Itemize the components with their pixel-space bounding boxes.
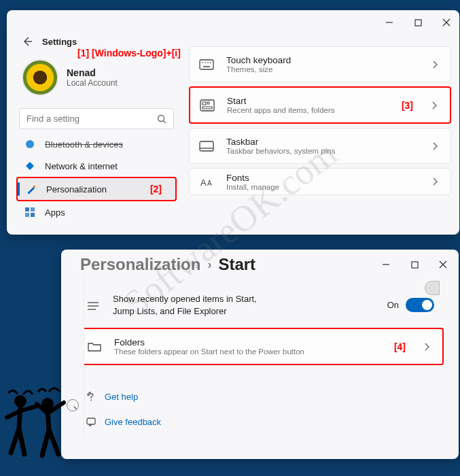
chevron-right-icon bbox=[431, 60, 441, 69]
annotation-3: [3] bbox=[402, 100, 419, 111]
user-name: Nenad bbox=[67, 67, 118, 78]
annotation-4: [4] bbox=[394, 341, 411, 352]
search-field[interactable] bbox=[26, 114, 152, 124]
main-pane: Personalization Touch keyboard Themes, s… bbox=[182, 35, 459, 235]
card-title: Touch keyboard bbox=[226, 55, 419, 65]
card-subtitle: Recent apps and items, folders bbox=[227, 106, 389, 114]
breadcrumb-parent[interactable]: Personalization bbox=[80, 255, 200, 274]
card-title: Start bbox=[227, 96, 389, 106]
nav-label: Network & internet bbox=[45, 161, 118, 171]
nav-list: Bluetooth & devices Network & internet P… bbox=[16, 133, 177, 223]
user-block[interactable]: Nenad Local Account bbox=[16, 52, 177, 105]
sidebar-item-bluetooth[interactable]: Bluetooth & devices bbox=[16, 133, 177, 155]
card-title: Folders bbox=[114, 337, 382, 347]
network-icon bbox=[24, 160, 35, 171]
card-taskbar[interactable]: Taskbar Taskbar behaviors, system pins bbox=[189, 128, 451, 164]
svg-rect-21 bbox=[207, 102, 209, 104]
toggle-label: Show recently opened items in Start, Jum… bbox=[113, 293, 269, 317]
search-icon bbox=[157, 114, 166, 124]
svg-point-5 bbox=[158, 115, 164, 121]
svg-rect-35 bbox=[87, 418, 95, 424]
card-subtitle: These folders appear on Start next to th… bbox=[114, 347, 382, 356]
card-subtitle: Install, manage bbox=[226, 183, 419, 191]
nav-label: Bluetooth & devices bbox=[45, 139, 123, 150]
titlebar bbox=[7, 10, 459, 35]
settings-window: Settings Nenad Local Account Bluetooth &… bbox=[7, 10, 459, 235]
avatar bbox=[22, 59, 58, 96]
svg-point-7 bbox=[26, 140, 34, 148]
partial-toggle[interactable] bbox=[425, 281, 440, 295]
sidebar: Settings Nenad Local Account Bluetooth &… bbox=[7, 35, 182, 235]
feedback-link[interactable]: Give feedback bbox=[76, 413, 444, 426]
chevron-right-icon bbox=[431, 101, 440, 110]
svg-text:A: A bbox=[200, 177, 207, 188]
svg-point-34 bbox=[90, 400, 92, 401]
maximize-button[interactable] bbox=[413, 18, 423, 27]
svg-line-6 bbox=[164, 120, 166, 123]
card-start[interactable]: Start Recent apps and items, folders [3] bbox=[189, 86, 451, 124]
sidebar-item-personalization[interactable]: Personalization [2] bbox=[16, 177, 177, 201]
svg-rect-10 bbox=[31, 207, 35, 211]
keyboard-icon bbox=[199, 57, 214, 72]
card-folders[interactable]: Folders These folders appear on Start ne… bbox=[76, 328, 444, 365]
chevron-right-icon bbox=[431, 177, 441, 186]
close-button[interactable] bbox=[442, 18, 451, 27]
minimize-button[interactable] bbox=[381, 260, 391, 269]
dancers-illustration bbox=[1, 379, 76, 461]
toggle-state: On bbox=[387, 300, 399, 310]
chevron-right-icon bbox=[431, 141, 441, 151]
card-touch-keyboard[interactable]: Touch keyboard Themes, size bbox=[189, 46, 451, 82]
svg-rect-23 bbox=[200, 141, 213, 151]
chevron-right-icon bbox=[423, 342, 433, 352]
personalization-icon bbox=[26, 184, 37, 194]
svg-rect-28 bbox=[412, 262, 418, 268]
help-icon bbox=[86, 391, 96, 402]
maximize-button[interactable] bbox=[410, 260, 419, 269]
svg-rect-12 bbox=[31, 213, 35, 217]
annotation-2: [2] bbox=[150, 184, 167, 194]
taskbar-icon bbox=[199, 139, 214, 154]
annotation-1: [1] [Windows-Logo]+[i] bbox=[77, 48, 181, 58]
feedback-icon bbox=[86, 417, 96, 427]
card-subtitle: Themes, size bbox=[226, 65, 419, 73]
help-label: Get help bbox=[105, 392, 138, 402]
svg-rect-20 bbox=[202, 102, 206, 105]
svg-rect-11 bbox=[25, 213, 29, 217]
list-icon bbox=[86, 299, 101, 313]
folder-icon bbox=[87, 339, 102, 354]
feedback-label: Give feedback bbox=[105, 417, 161, 426]
start-icon bbox=[200, 98, 215, 113]
toggle-switch[interactable] bbox=[406, 298, 434, 312]
page-title: Personalization bbox=[189, 35, 451, 46]
sidebar-item-network[interactable]: Network & internet bbox=[16, 155, 177, 177]
breadcrumb-current: Start bbox=[218, 255, 255, 274]
nav-label: Personalization bbox=[46, 184, 107, 194]
card-title: Taskbar bbox=[226, 137, 419, 147]
svg-rect-19 bbox=[200, 100, 214, 111]
svg-rect-9 bbox=[25, 207, 29, 211]
chevron-right-icon: › bbox=[207, 258, 211, 272]
get-help-link[interactable]: Get help bbox=[76, 386, 444, 407]
minimize-button[interactable] bbox=[385, 18, 394, 27]
search-input[interactable] bbox=[19, 108, 174, 129]
breadcrumb: Personalization › Start bbox=[80, 255, 255, 274]
apps-icon bbox=[24, 207, 35, 218]
fonts-icon: AA bbox=[199, 174, 214, 189]
svg-text:A: A bbox=[207, 180, 212, 187]
sidebar-item-apps[interactable]: Apps bbox=[16, 201, 177, 223]
user-type: Local Account bbox=[67, 78, 118, 88]
card-title: Fonts bbox=[226, 173, 419, 183]
svg-rect-22 bbox=[202, 107, 212, 109]
settings-title: Settings bbox=[42, 37, 77, 47]
svg-rect-1 bbox=[415, 20, 421, 26]
nav-label: Apps bbox=[45, 207, 65, 218]
close-button[interactable] bbox=[438, 260, 448, 269]
bluetooth-icon bbox=[24, 139, 35, 150]
back-icon[interactable] bbox=[22, 36, 33, 47]
card-subtitle: Taskbar behaviors, system pins bbox=[226, 147, 419, 155]
svg-rect-13 bbox=[200, 60, 213, 69]
start-settings-window: Personalization › Start Show recently op… bbox=[61, 250, 459, 459]
card-fonts[interactable]: AA Fonts Install, manage bbox=[189, 168, 451, 195]
recent-items-toggle-row: Show recently opened items in Start, Jum… bbox=[76, 288, 444, 322]
